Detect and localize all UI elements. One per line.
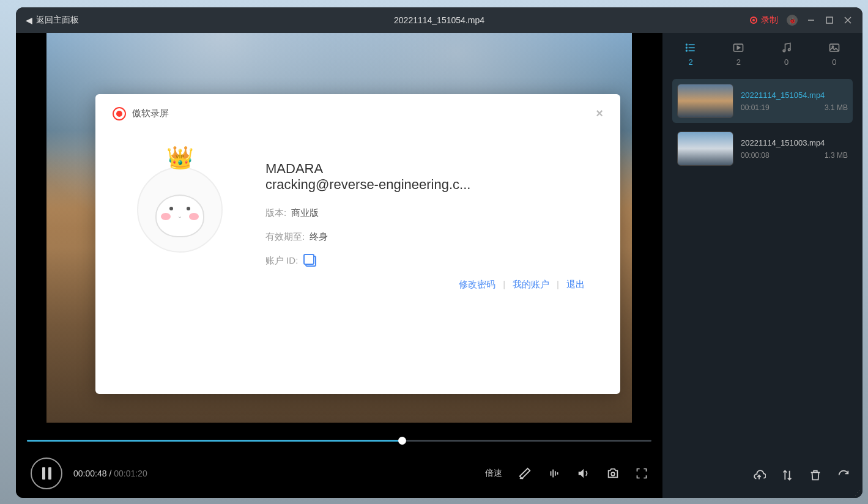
music-icon (781, 42, 793, 54)
camera-icon[interactable] (606, 467, 620, 480)
image-icon (828, 42, 840, 54)
titlebar: ◀ 返回主面板 20221114_151054.mp4 录制 🐞 (16, 7, 862, 33)
svg-point-14 (686, 50, 688, 51)
filter-video[interactable]: 2 (732, 42, 744, 67)
file-size: 3.1 MB (825, 103, 848, 112)
video-canvas[interactable]: 傲软录屏 × 👑 VIP (46, 33, 632, 423)
maximize-button[interactable] (825, 15, 834, 25)
svg-point-17 (788, 49, 790, 51)
equalizer-icon[interactable] (547, 467, 561, 480)
account-modal: 傲软录屏 × 👑 VIP (95, 94, 620, 394)
modal-close-button[interactable]: × (596, 106, 603, 120)
avatar: ᵕ (137, 167, 223, 253)
progress-thumb[interactable] (398, 437, 406, 445)
version-value: 商业版 (291, 207, 319, 219)
file-name: 20221114_151003.mp4 (741, 138, 848, 147)
resize-grip[interactable]: ⋰ (855, 489, 861, 496)
progress-bar[interactable] (27, 440, 651, 442)
filter-audio-count: 0 (784, 57, 788, 67)
logout-link[interactable]: 退出 (566, 279, 585, 291)
fullscreen-icon[interactable] (636, 467, 648, 480)
svg-point-12 (686, 44, 688, 45)
refresh-icon[interactable] (837, 469, 850, 482)
file-item[interactable]: 20221114_151054.mp4 00:01:19 3.1 MB (672, 79, 853, 123)
account-id-label: 账户 ID: (265, 255, 298, 267)
filter-image[interactable]: 0 (828, 42, 840, 67)
user-name: MADARA (265, 161, 585, 177)
upload-icon[interactable] (752, 469, 766, 482)
filter-all-count: 2 (688, 57, 692, 67)
window-title: 20221114_151054.mp4 (394, 15, 484, 25)
version-label: 版本: (265, 207, 286, 219)
file-duration: 00:01:19 (741, 103, 770, 112)
file-thumbnail (677, 132, 733, 166)
total-time: 00:01:20 (114, 469, 147, 478)
svg-point-13 (686, 47, 688, 48)
time-display: 00:00:48 / 00:01:20 (73, 469, 147, 478)
file-size: 1.3 MB (825, 151, 848, 160)
file-duration: 00:00:08 (741, 151, 770, 160)
pause-icon (42, 467, 51, 480)
sidebar: 2 2 0 0 20221114 (662, 33, 862, 498)
pause-button[interactable] (31, 458, 62, 489)
bug-report-icon[interactable]: 🐞 (787, 15, 798, 26)
current-time: 00:00:48 (73, 469, 107, 478)
record-icon (750, 17, 757, 24)
my-account-link[interactable]: 我的账户 (513, 279, 549, 291)
edit-icon[interactable] (518, 467, 532, 480)
minimize-button[interactable] (806, 15, 816, 25)
expiry-value: 终身 (310, 231, 328, 243)
filter-all[interactable]: 2 (684, 42, 697, 67)
delete-icon[interactable] (809, 469, 822, 482)
file-item[interactable]: 20221114_151003.mp4 00:00:08 1.3 MB (672, 127, 853, 171)
volume-icon[interactable] (577, 467, 590, 480)
svg-point-8 (611, 472, 615, 476)
filter-image-count: 0 (832, 57, 836, 67)
expiry-label: 有效期至: (265, 231, 305, 243)
speed-button[interactable]: 倍速 (485, 468, 502, 479)
record-label: 录制 (761, 15, 778, 26)
vip-badge-text: VIP (176, 154, 185, 160)
copy-icon[interactable] (305, 256, 316, 267)
svg-point-16 (783, 50, 785, 51)
modal-app-name: 傲软录屏 (132, 108, 169, 119)
file-name: 20221114_151054.mp4 (741, 91, 848, 100)
chevron-left-icon: ◀ (26, 15, 32, 25)
file-thumbnail (677, 84, 733, 118)
svg-rect-1 (826, 17, 833, 23)
list-icon (684, 42, 697, 54)
video-icon (732, 42, 744, 54)
sort-icon[interactable] (781, 469, 794, 482)
file-list: 20221114_151054.mp4 00:01:19 3.1 MB 2022… (672, 79, 853, 461)
filter-audio[interactable]: 0 (781, 42, 793, 67)
filter-video-count: 2 (736, 57, 741, 67)
user-email: cracking@reverse-engineering.c... (265, 177, 585, 193)
vip-crown-icon: 👑 VIP (166, 145, 194, 171)
back-button[interactable]: ◀ 返回主面板 (26, 15, 79, 26)
change-password-link[interactable]: 修改密码 (459, 279, 495, 291)
player-area: 傲软录屏 × 👑 VIP (16, 33, 662, 498)
app-logo-icon (113, 107, 126, 120)
record-button[interactable]: 录制 (750, 15, 778, 26)
close-button[interactable] (843, 15, 853, 25)
back-label: 返回主面板 (36, 15, 79, 26)
